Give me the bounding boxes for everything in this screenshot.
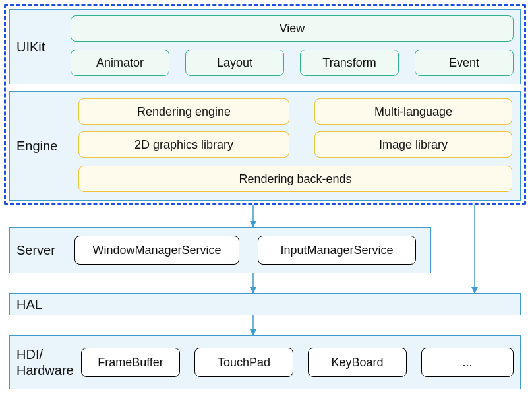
engine-rendering-engine-box: Rendering engine (78, 98, 289, 125)
uikit-layer-label: UIKit (10, 10, 68, 84)
engine-multi-language-box: Multi-language (314, 98, 512, 125)
engine-2d-graphics-box: 2D graphics library (78, 131, 289, 158)
server-layer-label: Server (10, 228, 69, 273)
hdi-touchpad-box: TouchPad (194, 348, 293, 377)
engine-layer: Engine Rendering engine Multi-language 2… (9, 91, 521, 201)
uikit-event-box: Event (415, 50, 514, 76)
uikit-transform-box: Transform (300, 50, 399, 76)
uikit-animator-box: Animator (71, 50, 169, 76)
diagram-stage: UIKit View Animator Layout Transform Eve… (0, 0, 532, 398)
hal-layer-label: HAL (10, 294, 49, 315)
hdi-hardware-layer-body: FrameBuffer TouchPad KeyBoard ... (76, 336, 520, 389)
uikit-layout-box: Layout (185, 50, 284, 76)
server-window-manager-box: WindowManagerService (74, 236, 239, 265)
engine-image-library-box: Image library (314, 131, 512, 158)
server-layer: Server WindowManagerService InputManager… (9, 227, 431, 273)
uikit-view-box: View (71, 15, 514, 42)
engine-layer-body: Rendering engine Multi-language 2D graph… (76, 92, 520, 200)
hdi-hardware-layer: HDI/ Hardware FrameBuffer TouchPad KeyBo… (9, 335, 521, 389)
engine-rendering-backends-box: Rendering back-ends (78, 166, 512, 192)
uikit-layer-body: View Animator Layout Transform Event (68, 10, 520, 84)
hdi-framebuffer-box: FrameBuffer (81, 348, 180, 377)
engine-layer-label: Engine (10, 92, 76, 200)
server-input-manager-box: InputManagerService (258, 236, 416, 265)
hal-layer-body (49, 294, 520, 315)
hdi-keyboard-box: KeyBoard (308, 348, 407, 377)
hdi-more-box: ... (421, 348, 514, 377)
hdi-hardware-layer-label: HDI/ Hardware (10, 336, 76, 389)
server-layer-body: WindowManagerService InputManagerService (69, 228, 430, 273)
uikit-layer: UIKit View Animator Layout Transform Eve… (9, 9, 521, 84)
hal-layer: HAL (9, 293, 521, 315)
